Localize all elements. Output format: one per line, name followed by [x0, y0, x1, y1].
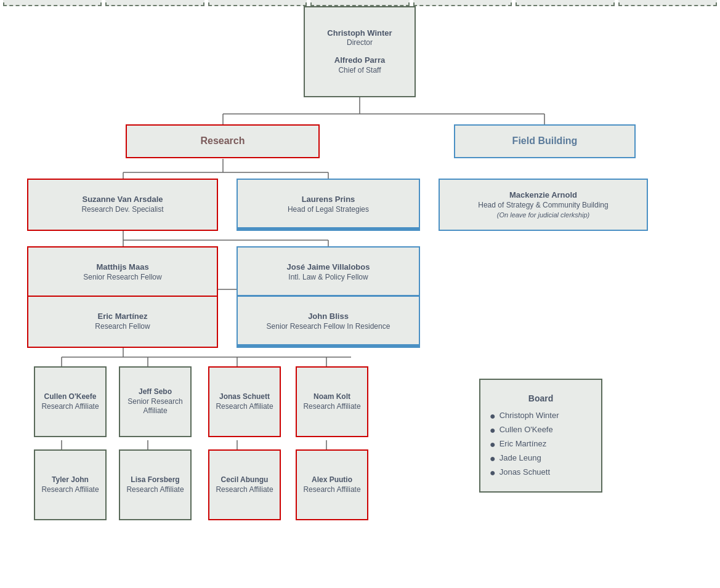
cecil-aff-title: Research Affiliate: [216, 485, 273, 495]
laurens-title: Head of Legal Strategies: [288, 205, 369, 215]
board-label: Board: [490, 393, 592, 404]
suzanne-box: Suzanne Van Arsdale Research Dev. Specia…: [27, 179, 218, 231]
top-box: Christoph Winter Director Alfredo Parra …: [304, 6, 416, 97]
jose-name: José Jaime Villalobos: [287, 262, 370, 273]
alex-affiliate-box: Alex Puutio Research Affiliate: [296, 449, 368, 520]
board-box: Board ● Christoph Winter ● Cullen O'Keef…: [479, 379, 602, 493]
board-member-1: Cullen O'Keefe: [500, 425, 553, 434]
mackenzie-box: Mackenzie Arnold Head of Strategy & Comm…: [439, 179, 648, 231]
advisor-habiba: Habiba Islam Advisor: [208, 0, 307, 6]
cullen-affiliate-box: Cullen O'Keefe Research Affiliate: [34, 366, 107, 437]
tyler-affiliate-box: Tyler John Research Affiliate: [34, 449, 107, 520]
field-building-box: Field Building: [454, 124, 636, 158]
noam-affiliate-box: Noam Kolt Research Affiliate: [296, 366, 368, 437]
suzanne-name: Suzanne Van Arsdale: [82, 195, 163, 205]
advisor-karolina: Karolina Sarek Advisor: [413, 0, 512, 6]
alex-aff-name: Alex Puutio: [312, 475, 352, 485]
eric-name: Eric Martínez: [98, 312, 148, 322]
john-bliss-title: Senior Research Fellow In Residence: [267, 322, 390, 332]
top-title2: Chief of Staff: [338, 66, 381, 76]
org-chart: Christoph Winter Director Alfredo Parra …: [0, 0, 720, 12]
jeff-aff-name: Jeff Sebo: [139, 387, 172, 397]
board-members: ● Christoph Winter ● Cullen O'Keefe ● Er…: [490, 411, 559, 478]
laurens-name: Laurens Prins: [302, 195, 355, 205]
tyler-aff-name: Tyler John: [52, 475, 89, 485]
cecil-aff-name: Cecil Abungu: [221, 475, 269, 485]
board-member-0: Christoph Winter: [500, 411, 559, 420]
matthijs-name: Matthijs Maas: [96, 262, 148, 273]
board-member-3: Jade Leung: [500, 453, 541, 462]
suzanne-title: Research Dev. Specialist: [81, 205, 163, 215]
advisor-william: William Garfinkel Advisor: [618, 0, 717, 6]
board-member-4: Jonas Schuett: [500, 467, 550, 477]
advisor-cullen: Cullen O'Keefe Advisor: [3, 0, 102, 6]
jonas-aff-name: Jonas Schuett: [219, 392, 270, 402]
jonas-aff-title: Research Affiliate: [216, 402, 273, 412]
jose-box: José Jaime Villalobos Intl. Law & Policy…: [237, 246, 420, 299]
top-name1: Christoph Winter: [327, 28, 392, 39]
research-label: Research: [200, 135, 245, 148]
jeff-affiliate-box: Jeff Sebo Senior Research Affiliate: [119, 366, 192, 437]
mackenzie-title: Head of Strategy & Community Building: [478, 201, 608, 211]
lisa-aff-name: Lisa Forsberg: [131, 475, 179, 485]
eric-box: Eric Martínez Research Fellow: [27, 296, 218, 348]
mackenzie-subtitle: (On leave for judicial clerkship): [497, 211, 589, 219]
mackenzie-name: Mackenzie Arnold: [509, 190, 577, 201]
research-box: Research: [126, 124, 320, 158]
john-bliss-name: John Bliss: [308, 312, 349, 322]
alex-aff-title: Research Affiliate: [303, 485, 360, 495]
cecil-affiliate-box: Cecil Abungu Research Affiliate: [208, 449, 281, 520]
matthijs-title: Senior Research Fellow: [83, 273, 161, 283]
jonas-affiliate-box: Jonas Schuett Research Affiliate: [208, 366, 281, 437]
cullen-aff-title: Research Affiliate: [41, 402, 99, 412]
advisors-row: Cullen O'Keefe Advisor Devin Mauney Advi…: [3, 0, 717, 6]
noam-aff-title: Research Affiliate: [303, 402, 360, 412]
jose-title: Intl. Law & Policy Fellow: [288, 273, 368, 283]
john-bliss-box: John Bliss Senior Research Fellow In Res…: [237, 296, 420, 348]
board-member-2: Eric Martínez: [500, 439, 547, 448]
top-title1: Director: [347, 38, 373, 48]
eric-title: Research Fellow: [95, 322, 150, 332]
matthijs-box: Matthijs Maas Senior Research Fellow: [27, 246, 218, 299]
noam-aff-name: Noam Kolt: [313, 392, 350, 402]
advisor-devin: Devin Mauney Advisor: [105, 0, 204, 6]
laurens-box: Laurens Prins Head of Legal Strategies: [237, 179, 420, 231]
advisor-jade: Jade Leung Advisor: [310, 0, 409, 6]
top-name2: Alfredo Parra: [334, 55, 385, 66]
cullen-aff-name: Cullen O'Keefe: [44, 392, 97, 402]
jeff-aff-title: Senior Research Affiliate: [126, 397, 184, 416]
advisor-vivian: Vivian Dong Advisor: [516, 0, 614, 6]
lisa-aff-title: Research Affiliate: [126, 485, 184, 495]
tyler-aff-title: Research Affiliate: [41, 485, 99, 495]
lisa-affiliate-box: Lisa Forsberg Research Affiliate: [119, 449, 192, 520]
field-building-label: Field Building: [512, 135, 578, 148]
